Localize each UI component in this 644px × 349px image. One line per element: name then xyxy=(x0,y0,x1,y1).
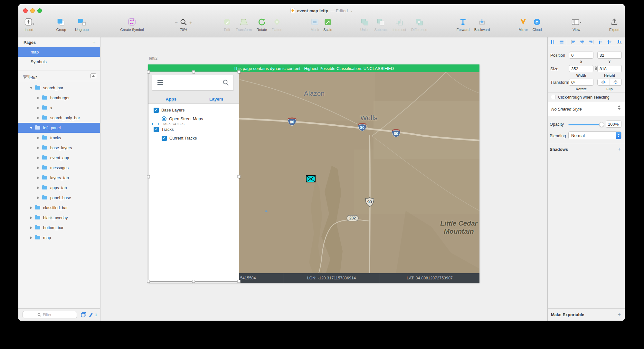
align-top-icon[interactable] xyxy=(597,39,603,45)
chevron-icon[interactable] xyxy=(30,237,32,239)
layer-row[interactable]: panel_base xyxy=(18,193,100,203)
align-bottom-icon[interactable] xyxy=(617,39,622,45)
chevron-icon[interactable] xyxy=(37,157,39,159)
backward-button[interactable]: Backward xyxy=(474,18,490,32)
chevron-icon[interactable] xyxy=(37,97,39,99)
clickthrough-checkbox[interactable] xyxy=(551,95,555,99)
chevron-icon[interactable] xyxy=(37,197,39,199)
shared-style-stepper-icon[interactable] xyxy=(618,105,621,110)
pencil-icon[interactable] xyxy=(88,312,93,317)
selection-handle-n[interactable] xyxy=(192,71,195,73)
size-height-field[interactable] xyxy=(597,65,622,72)
align-middle-icon[interactable] xyxy=(606,39,612,45)
page-item[interactable]: Symbols xyxy=(18,57,100,66)
create-symbol-button[interactable]: Create Symbol xyxy=(120,18,144,32)
chevron-icon[interactable] xyxy=(37,167,39,169)
filter-field[interactable] xyxy=(23,311,77,318)
blending-select[interactable]: Normal xyxy=(568,131,621,139)
layer-row[interactable]: layers_tab xyxy=(18,173,100,183)
lock-icon[interactable] xyxy=(594,66,597,71)
selection-handle-e[interactable] xyxy=(238,175,241,178)
opacity-slider-knob[interactable] xyxy=(599,122,604,127)
toggle-control[interactable] xyxy=(154,127,159,132)
chevron-icon[interactable] xyxy=(30,87,33,89)
search-icon[interactable] xyxy=(223,79,229,86)
view-button[interactable]: View xyxy=(571,18,582,32)
forward-button[interactable]: Forward xyxy=(457,18,469,32)
opacity-value-field[interactable] xyxy=(606,121,621,128)
layer-row[interactable]: hamburger xyxy=(18,93,100,103)
layer-row[interactable]: tracks xyxy=(18,133,100,143)
layer-row[interactable]: left/2 xyxy=(18,73,100,83)
opacity-slider[interactable] xyxy=(568,124,602,125)
selection-handle-nw[interactable] xyxy=(147,71,150,73)
map-left-panel[interactable]: AppsLayers Base Layers Open Street Maps … xyxy=(148,72,239,281)
align-left-icon[interactable] xyxy=(570,39,576,45)
scale-button[interactable]: Scale xyxy=(323,18,332,32)
message-marker-icon[interactable] xyxy=(306,175,316,182)
toggle-control[interactable] xyxy=(154,108,159,113)
zoom-level[interactable]: 70% xyxy=(180,28,187,32)
chevron-icon[interactable] xyxy=(37,187,39,189)
zoom-out-button[interactable]: − xyxy=(175,20,178,25)
chevron-icon[interactable] xyxy=(37,107,39,109)
canvas[interactable]: left/2 This page contains dynamic conten… xyxy=(100,37,547,321)
layer-row[interactable]: bottom_bar xyxy=(18,223,100,233)
chevron-icon[interactable] xyxy=(37,117,39,119)
title-caret-icon[interactable]: ⌄ xyxy=(350,9,353,13)
toggle-control[interactable] xyxy=(162,116,166,121)
selection-handle-se[interactable] xyxy=(238,280,241,283)
position-x-field[interactable] xyxy=(569,52,593,59)
toggle-control[interactable] xyxy=(162,136,167,141)
selection-handle-w[interactable] xyxy=(147,175,150,178)
magnifier-icon[interactable] xyxy=(180,19,187,26)
chevron-icon[interactable] xyxy=(37,137,39,139)
align-right-icon[interactable] xyxy=(588,39,594,45)
group-button[interactable]: Group xyxy=(56,18,66,32)
panel-tab[interactable]: Layers xyxy=(194,95,239,103)
distribute-horizontally-icon[interactable] xyxy=(550,39,555,45)
layer-row[interactable]: apps_tab xyxy=(18,183,100,193)
flip-vertical-button[interactable] xyxy=(610,79,622,85)
panel-list-item[interactable]: Current Tracks xyxy=(148,134,239,142)
panel-search-field[interactable] xyxy=(152,75,234,90)
layer-row[interactable]: event_app xyxy=(18,153,100,163)
page-item[interactable]: map xyxy=(18,47,100,57)
artboard-label[interactable]: left/2 xyxy=(149,56,157,61)
align-center-horizontal-icon[interactable] xyxy=(579,39,585,45)
layer-row[interactable]: left_panel xyxy=(18,123,100,133)
panel-list-item[interactable]: Tracks xyxy=(148,125,239,134)
titlebar[interactable]: event-map-leftp — Edited ⌄ xyxy=(18,4,625,17)
selection-handle-s[interactable] xyxy=(192,280,195,283)
add-shadow-button[interactable]: + xyxy=(618,146,621,152)
cloud-button[interactable]: Cloud xyxy=(533,18,542,32)
filter-input[interactable] xyxy=(43,313,62,317)
rotate-button[interactable]: Rotate xyxy=(257,18,267,32)
rotate-field[interactable] xyxy=(569,79,593,86)
chevron-icon[interactable] xyxy=(37,147,39,149)
add-export-button[interactable]: + xyxy=(618,311,621,318)
chevron-icon[interactable] xyxy=(30,207,32,209)
panel-list-item[interactable]: Open Street Maps xyxy=(148,114,239,123)
distribute-vertically-icon[interactable] xyxy=(559,39,564,45)
chevron-icon[interactable] xyxy=(30,217,32,219)
layer-row[interactable]: map xyxy=(18,233,100,243)
chevron-icon[interactable] xyxy=(30,127,33,129)
layer-row[interactable]: classified_bar xyxy=(18,203,100,213)
layer-row[interactable]: black_overlay xyxy=(18,213,100,223)
position-y-field[interactable] xyxy=(597,52,622,59)
panel-list-item[interactable]: Base Layers xyxy=(148,106,239,114)
insert-button[interactable]: Insert xyxy=(24,18,34,32)
shared-style-selector[interactable]: No Shared Style xyxy=(548,102,625,116)
selection-handle-ne[interactable] xyxy=(238,71,241,73)
layer-row[interactable]: messages xyxy=(18,163,100,173)
zoom-in-button[interactable]: + xyxy=(189,20,192,25)
selection-handle-sw[interactable] xyxy=(147,280,150,283)
pages-badge-icon[interactable] xyxy=(81,312,86,317)
mirror-button[interactable]: Mirror xyxy=(519,18,528,32)
ungroup-button[interactable]: Ungroup xyxy=(75,18,89,32)
hamburger-icon[interactable] xyxy=(157,80,163,85)
chevron-icon[interactable] xyxy=(37,177,39,179)
export-button[interactable]: Export xyxy=(609,18,620,32)
add-page-button[interactable]: + xyxy=(92,39,96,45)
